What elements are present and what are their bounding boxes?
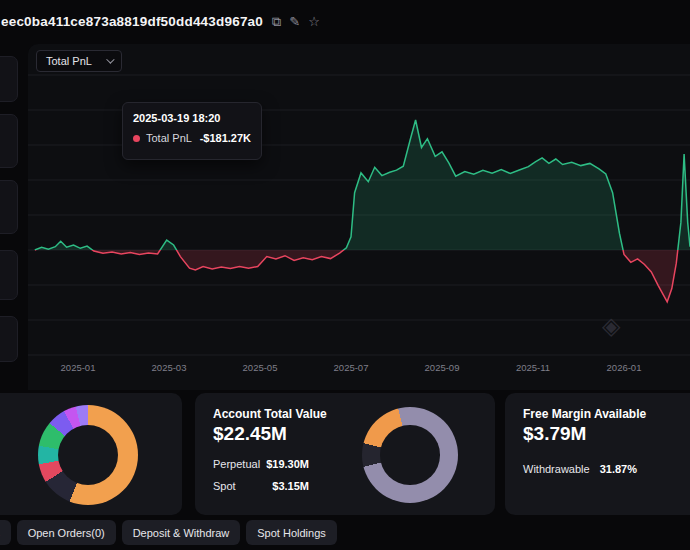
row-value: $3.15M [272,480,309,492]
row-label: Perpetual [213,458,260,470]
tab-spot-holdings[interactable]: Spot Holdings [246,520,337,545]
tooltip-value: -$181.27K [200,132,251,144]
metric-dropdown-value: Total PnL [46,55,92,67]
x-axis-tick: 2025-03 [139,362,199,373]
allocation-donut[interactable] [38,405,138,505]
favorite-star-icon[interactable]: ☆ [308,15,320,28]
account-value-donut[interactable] [362,407,458,503]
tooltip-datetime: 2025-03-19 18:20 [133,112,251,124]
wallet-address: eec0ba411ce873a8819df50dd443d967a0 [1,14,263,29]
cropped-left-panel [0,56,18,102]
chart-tooltip: 2025-03-19 18:20 Total PnL -$181.27K [122,102,262,160]
bottom-tab-bar: Positions Open Orders(0) Deposit & Withd… [0,520,337,545]
account-total-value: $22.45M [213,423,287,445]
row-label: Spot [213,480,236,492]
x-axis-tick: 2026-01 [594,362,654,373]
account-value-donut-hole [380,425,440,485]
tab-positions[interactable]: Positions [0,520,11,545]
cropped-left-panel [0,114,18,168]
row-value: 31.87% [600,463,637,475]
chevron-down-icon [106,55,114,63]
cropped-left-panel [0,316,18,362]
cropped-left-panel [0,180,18,234]
x-axis-tick: 2025-01 [48,362,108,373]
allocation-donut-hole [58,425,118,485]
watermark-logo: ◈ [602,312,620,340]
x-axis-tick: 2025-05 [230,362,290,373]
pnl-series-dot [133,135,140,142]
free-margin-value: $3.79M [523,423,586,445]
x-axis-tick: 2025-09 [412,362,472,373]
account-total-value-card: Account Total Value $22.45M Perpetual $1… [195,393,495,515]
metric-dropdown[interactable]: Total PnL [36,50,122,72]
row-label: Withdrawable [523,463,590,475]
tab-deposit-withdraw[interactable]: Deposit & Withdraw [122,520,241,545]
row-value: $19.30M [266,458,309,470]
copy-icon[interactable]: ⧉ [272,15,281,28]
x-axis: 2025-012025-032025-052025-072025-092025-… [0,362,690,376]
allocation-card [0,393,182,515]
tab-open-orders[interactable]: Open Orders(0) [17,520,116,545]
header-bar: eec0ba411ce873a8819df50dd443d967a0 ⧉ ✎ ☆ [0,0,690,42]
card-title: Account Total Value [213,407,327,421]
card-title: Free Margin Available [523,407,646,421]
x-axis-tick: 2025-07 [321,362,381,373]
edit-icon[interactable]: ✎ [289,15,300,28]
free-margin-card: Free Margin Available $3.79M Withdrawabl… [505,393,690,515]
tooltip-series-label: Total PnL [146,132,192,144]
x-axis-tick: 2025-11 [503,362,563,373]
cropped-left-panel [0,250,18,300]
